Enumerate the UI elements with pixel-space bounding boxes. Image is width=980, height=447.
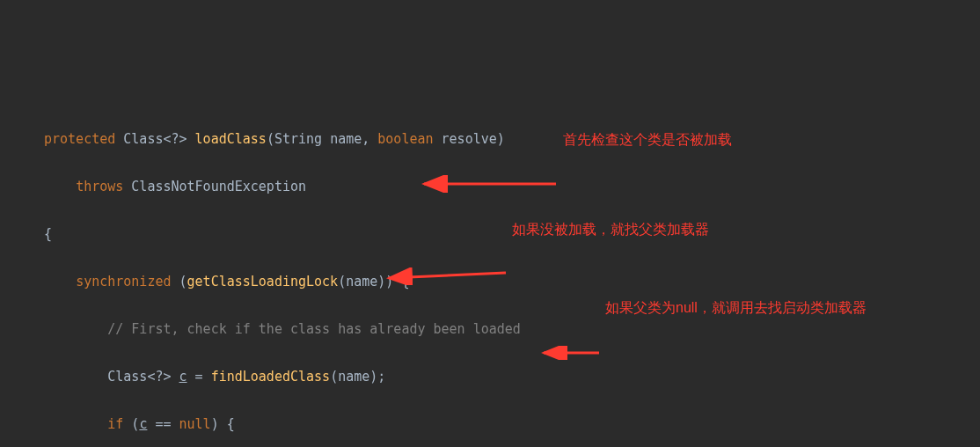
- var-c: c: [179, 369, 187, 385]
- code-line: if (c == null) {: [44, 413, 980, 436]
- code-editor[interactable]: protected Class<?> loadClass(String name…: [44, 104, 980, 447]
- keyword-throws: throws: [76, 179, 123, 194]
- method-name: loadClass: [195, 131, 267, 147]
- annotation-3: 如果父类为null，就调用去找启动类加载器: [605, 296, 867, 319]
- comment: // First, check if the class has already…: [107, 321, 521, 337]
- type-class: Class<?>: [123, 131, 186, 147]
- code-line: Class<?> c = findLoadedClass(name);: [44, 365, 980, 389]
- annotation-1: 首先检查这个类是否被加载: [563, 128, 732, 151]
- code-line: synchronized (getClassLoadingLock(name))…: [44, 270, 980, 294]
- code-line: throws ClassNotFoundException: [44, 175, 980, 199]
- keyword-synchronized: synchronized: [76, 274, 171, 289]
- code-line: // First, check if the class has already…: [44, 318, 980, 341]
- annotation-2: 如果没被加载，就找父类加载器: [512, 217, 709, 241]
- code-line: protected Class<?> loadClass(String name…: [44, 128, 980, 151]
- keyword-protected: protected: [44, 131, 115, 147]
